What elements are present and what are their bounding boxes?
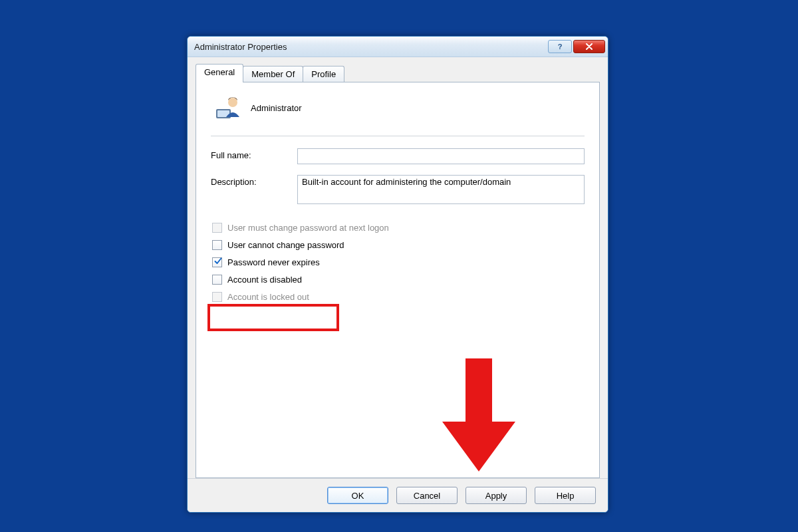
annotation-arrow	[442, 358, 515, 471]
desktop-background: Administrator Properties ? General Membe…	[0, 0, 798, 532]
tab-profile[interactable]: Profile	[303, 66, 344, 82]
checkbox-list: User must change password at next logon …	[212, 219, 585, 305]
row-description: Description:	[211, 175, 585, 204]
annotation-highlight	[207, 304, 339, 331]
help-button-footer[interactable]: Help	[535, 487, 596, 504]
label-account-disabled: Account is disabled	[227, 275, 302, 285]
checkbox-account-disabled[interactable]	[212, 275, 222, 285]
help-icon: ?	[556, 43, 564, 51]
window-title: Administrator Properties	[194, 42, 547, 52]
row-account-disabled[interactable]: Account is disabled	[212, 271, 585, 288]
label-must-change: User must change password at next logon	[227, 223, 389, 233]
label-cannot-change: User cannot change password	[227, 240, 344, 250]
label-never-expires: Password never expires	[227, 257, 320, 267]
user-icon	[215, 94, 241, 121]
account-header: Administrator	[215, 94, 585, 121]
close-button[interactable]	[573, 40, 605, 53]
row-never-expires[interactable]: Password never expires	[212, 253, 585, 271]
cancel-button[interactable]: Cancel	[396, 487, 458, 504]
checkbox-cannot-change[interactable]	[212, 240, 222, 250]
input-description[interactable]	[297, 175, 585, 204]
row-must-change: User must change password at next logon	[212, 219, 585, 236]
svg-text:?: ?	[558, 43, 563, 51]
input-full-name[interactable]	[297, 148, 585, 164]
checkbox-must-change	[212, 223, 222, 233]
tab-panel-general: Administrator Full name: Description: Us…	[196, 82, 600, 478]
button-bar: OK Cancel Apply Help	[188, 478, 608, 512]
titlebar[interactable]: Administrator Properties ?	[188, 37, 608, 57]
svg-point-3	[228, 98, 237, 107]
row-full-name: Full name:	[211, 148, 585, 164]
account-name: Administrator	[251, 103, 302, 113]
label-full-name: Full name:	[211, 148, 297, 160]
tab-member-of[interactable]: Member Of	[243, 66, 303, 82]
row-cannot-change[interactable]: User cannot change password	[212, 236, 585, 253]
row-locked-out: Account is locked out	[212, 288, 585, 305]
apply-button[interactable]: Apply	[466, 487, 527, 504]
tabstrip: General Member Of Profile	[196, 64, 600, 82]
label-locked-out: Account is locked out	[227, 292, 309, 302]
checkbox-never-expires[interactable]	[212, 257, 222, 267]
arrow-down-icon	[442, 358, 515, 471]
label-description: Description:	[211, 175, 297, 187]
close-icon	[585, 43, 594, 50]
ok-button[interactable]: OK	[327, 487, 388, 504]
tab-general[interactable]: General	[196, 64, 243, 82]
help-button[interactable]: ?	[548, 40, 572, 53]
divider	[211, 136, 585, 136]
properties-window: Administrator Properties ? General Membe…	[187, 36, 608, 513]
client-area: General Member Of Profile Administrator	[188, 57, 608, 478]
checkbox-locked-out	[212, 292, 222, 302]
